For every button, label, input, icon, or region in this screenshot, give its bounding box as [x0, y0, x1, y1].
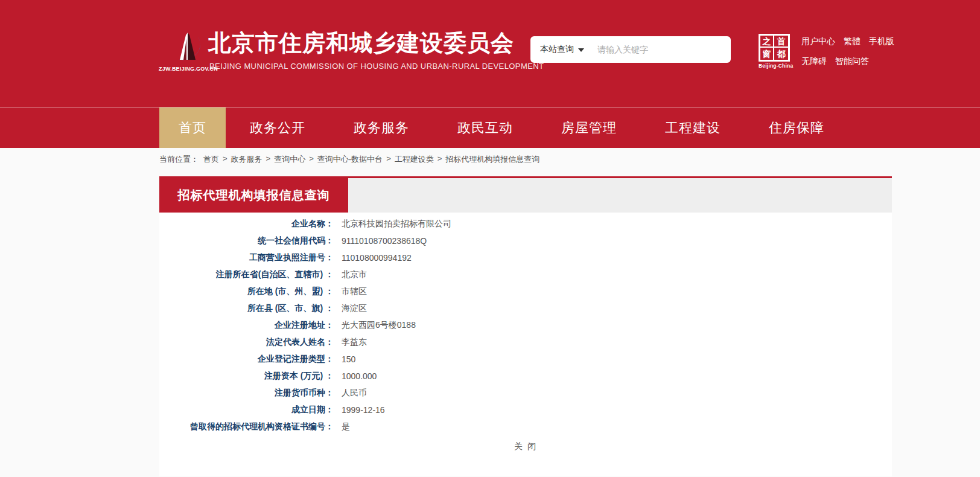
- field-value: 市辖区: [342, 286, 367, 297]
- cw-char: 窗: [760, 48, 774, 60]
- link-traditional-chinese[interactable]: 繁體: [844, 36, 861, 47]
- nav-item-housing-mgmt[interactable]: 房屋管理: [537, 107, 641, 148]
- field-label: 法定代表人姓名：: [159, 337, 334, 348]
- table-row: 工商营业执照注册号： 110108000994192: [159, 249, 892, 266]
- nav-item-housing-security[interactable]: 住房保障: [745, 107, 848, 148]
- field-value: 110108000994192: [342, 253, 412, 263]
- breadcrumb-separator: >: [309, 154, 314, 163]
- field-value: 北京科技园拍卖招标有限公司: [342, 219, 451, 229]
- quick-links-row1: 用户中心 繁體 手机版: [801, 36, 894, 47]
- nav-item-construction[interactable]: 工程建设: [641, 107, 745, 148]
- field-label: 注册资本 (万元) ：: [159, 371, 334, 382]
- field-label: 曾取得的招标代理机构资格证书编号：: [159, 421, 334, 432]
- field-label: 所在县 (区、市、旗) ：: [159, 303, 334, 314]
- capital-window-caption: Beijing-China: [759, 63, 790, 69]
- table-row: 注册货币币种： 人民币: [159, 385, 892, 402]
- link-user-center[interactable]: 用户中心: [801, 36, 835, 47]
- table-row: 统一社会信用代码： 91110108700238618Q: [159, 232, 892, 249]
- site-header: ZJW.BEIJING.GOV.CN 北京市住房和城乡建设委员会 BEIJING…: [0, 0, 980, 107]
- field-label: 所在地 (市、州、盟) ：: [159, 286, 334, 297]
- field-value: 91110108700238618Q: [342, 236, 427, 246]
- capital-window-logo[interactable]: 之 首 窗 都 Beijing-China: [759, 34, 790, 69]
- site-search: 本站查询: [530, 36, 731, 63]
- breadcrumb-current: 招标代理机构填报信息查询: [445, 154, 539, 165]
- cw-char: 首: [774, 36, 788, 48]
- chevron-down-icon: [578, 48, 584, 52]
- breadcrumb: 当前位置： 首页 > 政务服务 > 查询中心 > 查询中心-数据中台 > 工程建…: [0, 148, 980, 168]
- table-row: 所在地 (市、州、盟) ： 市辖区: [159, 283, 892, 300]
- table-row: 曾取得的招标代理机构资格证书编号： 是: [159, 418, 892, 435]
- breadcrumb-gov-service[interactable]: 政务服务: [231, 154, 262, 165]
- field-label: 工商营业执照注册号：: [159, 252, 334, 263]
- search-input[interactable]: [597, 45, 721, 54]
- nav-item-gov-service[interactable]: 政务服务: [329, 107, 433, 148]
- field-label: 统一社会信用代码：: [159, 235, 334, 246]
- page-subtitle: BEIJING MUNICIPAL COMMISSION OF HOUSING …: [209, 62, 544, 71]
- page-title: 北京市住房和城乡建设委员会: [208, 28, 514, 59]
- cw-char: 都: [774, 48, 788, 60]
- table-row: 注册所在省(自治区、直辖市) ： 北京市: [159, 266, 892, 283]
- close-button[interactable]: 关 闭: [159, 441, 892, 452]
- field-value: 1999-12-16: [342, 405, 385, 415]
- field-value: 光大西园6号楼0188: [342, 320, 416, 331]
- nav-item-home[interactable]: 首页: [159, 107, 226, 148]
- breadcrumb-separator: >: [223, 154, 228, 163]
- breadcrumb-construction-type[interactable]: 工程建设类: [395, 154, 434, 165]
- field-label: 企业注册地址：: [159, 320, 334, 331]
- nav-item-gov-open[interactable]: 政务公开: [226, 107, 329, 148]
- section-title-tab: 招标代理机构填报信息查询: [159, 178, 348, 213]
- field-label: 注册所在省(自治区、直辖市) ：: [159, 269, 334, 280]
- link-mobile-version[interactable]: 手机版: [869, 36, 894, 47]
- link-accessibility[interactable]: 无障碍: [801, 56, 827, 67]
- table-row: 所在县 (区、市、旗) ： 海淀区: [159, 300, 892, 317]
- breadcrumb-separator: >: [438, 154, 442, 163]
- nav-item-interaction[interactable]: 政民互动: [433, 107, 537, 148]
- field-label: 注册货币币种：: [159, 388, 334, 399]
- link-smart-qa[interactable]: 智能问答: [835, 56, 869, 67]
- field-value: 北京市: [342, 269, 367, 280]
- field-value: 海淀区: [342, 303, 367, 314]
- breadcrumb-separator: >: [266, 154, 271, 163]
- cw-char: 之: [760, 36, 774, 48]
- table-row: 法定代表人姓名： 李益东: [159, 334, 892, 351]
- query-result-panel: 企业名称： 北京科技园拍卖招标有限公司 统一社会信用代码： 9111010870…: [159, 213, 892, 476]
- table-row: 企业注册地址： 光大西园6号楼0188: [159, 317, 892, 334]
- table-row: 企业登记注册类型： 150: [159, 351, 892, 368]
- breadcrumb-prefix: 当前位置：: [159, 154, 199, 165]
- table-row: 成立日期： 1999-12-16: [159, 402, 892, 418]
- capital-window-grid-icon: 之 首 窗 都: [759, 34, 790, 62]
- breadcrumb-query-center[interactable]: 查询中心: [274, 154, 305, 165]
- breadcrumb-data-platform[interactable]: 查询中心-数据中台: [317, 154, 383, 165]
- commission-logo-icon: [171, 30, 203, 64]
- field-value: 150: [342, 354, 355, 364]
- table-row: 企业名称： 北京科技园拍卖招标有限公司: [159, 216, 892, 232]
- field-value: 李益东: [342, 337, 367, 348]
- field-value: 人民币: [342, 388, 367, 399]
- breadcrumb-separator: >: [386, 154, 391, 163]
- field-label: 企业名称：: [159, 219, 334, 229]
- field-value: 是: [342, 421, 350, 432]
- field-label: 企业登记注册类型：: [159, 354, 334, 365]
- breadcrumb-home[interactable]: 首页: [203, 154, 219, 165]
- search-scope-dropdown[interactable]: 本站查询: [540, 44, 584, 55]
- table-row: 注册资本 (万元) ： 1000.000: [159, 368, 892, 385]
- field-value: 1000.000: [342, 371, 377, 381]
- quick-links-row2: 无障碍 智能问答: [801, 56, 869, 67]
- field-label: 成立日期：: [159, 405, 334, 415]
- search-scope-label: 本站查询: [540, 44, 574, 55]
- main-nav: 首页 政务公开 政务服务 政民互动 房屋管理 工程建设 住房保障: [0, 107, 980, 148]
- section-title-bar: 招标代理机构填报信息查询: [159, 176, 892, 213]
